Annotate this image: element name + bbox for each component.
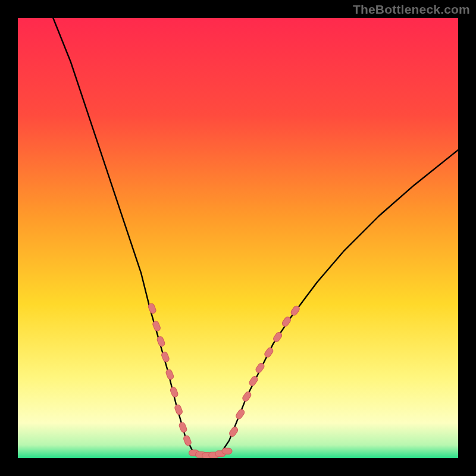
- gradient-background: [18, 18, 458, 458]
- bottleneck-chart: [18, 18, 458, 458]
- chart-container: TheBottleneck.com: [0, 0, 476, 476]
- watermark-text: TheBottleneck.com: [353, 2, 470, 17]
- data-marker: [222, 448, 232, 454]
- plot-area: [18, 18, 458, 458]
